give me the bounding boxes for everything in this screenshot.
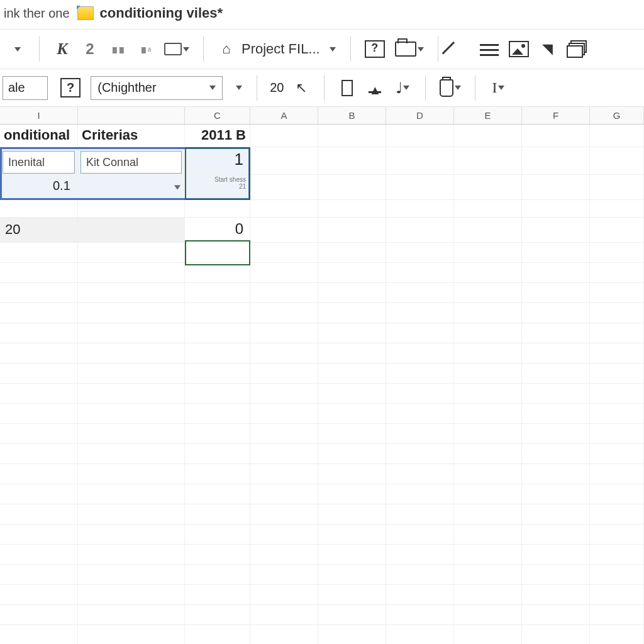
underline-tool[interactable]: ▲ — [364, 75, 386, 101]
note-start: Start shess — [189, 176, 246, 183]
cell-r5-D[interactable] — [386, 218, 454, 243]
stack-tool[interactable] — [564, 36, 591, 62]
cell-r3-A[interactable] — [250, 175, 318, 200]
cell-r3-c2[interactable]: Start shess 21 — [185, 175, 250, 200]
row-4 — [0, 200, 644, 218]
cell-r5-G[interactable] — [590, 218, 644, 243]
cell-r2-c2[interactable]: 1 — [185, 147, 250, 175]
cell-r4-G[interactable] — [590, 200, 644, 218]
project-dropdown[interactable] — [324, 36, 339, 62]
project-label[interactable]: Project FIL... — [242, 41, 320, 57]
cell-r1-A[interactable] — [250, 125, 318, 147]
font-extra-dropdown[interactable] — [230, 75, 245, 101]
col-header-D[interactable]: D — [386, 107, 454, 124]
filename: conditioning viles* — [100, 5, 223, 21]
flag-tool[interactable]: ◥ — [536, 36, 559, 62]
cell-r2-c1[interactable]: Kit Connal — [78, 147, 185, 175]
bold-tool[interactable]: K — [51, 36, 74, 62]
folder-open[interactable] — [392, 36, 426, 62]
row-2: Inenital Kit Connal 1 — [0, 147, 644, 175]
tool-4[interactable]: ∎a — [134, 36, 157, 62]
cell-r1-c1[interactable]: Criterias — [78, 125, 185, 147]
cell-r4-B[interactable] — [318, 200, 386, 218]
help-small[interactable]: ? — [58, 75, 83, 101]
cursor-tool[interactable]: ↖ — [290, 75, 313, 101]
input-conditional[interactable]: Inenital — [3, 151, 75, 174]
cell-r2-D[interactable] — [386, 147, 454, 175]
jar-tool[interactable] — [437, 75, 464, 101]
font-size[interactable]: 20 — [266, 80, 287, 95]
col-header-I[interactable]: I — [0, 107, 78, 124]
col-header-A[interactable]: A — [250, 107, 318, 124]
tool-2[interactable]: 2 — [79, 36, 101, 62]
spreadsheet-grid[interactable]: onditional Criterias 2011 B Inenital Kit… — [0, 125, 644, 644]
cell-r2-c0[interactable]: Inenital — [0, 147, 78, 175]
row-3: 0.1 Start shess 21 — [0, 175, 644, 200]
cell-r4-c2[interactable] — [185, 200, 250, 218]
column-headers: I C A B D E F G — [0, 107, 644, 125]
cell-r3-E[interactable] — [454, 175, 522, 200]
cell-r5-F[interactable] — [522, 218, 590, 243]
file-icon — [77, 6, 94, 20]
tool-printer[interactable] — [162, 36, 192, 62]
cell-r1-B[interactable] — [318, 125, 386, 147]
cell-r4-D[interactable] — [386, 200, 454, 218]
home-icon[interactable]: ⌂ — [215, 36, 238, 62]
toolbar-main: K 2 ∎∎ ∎a ⌂ Project FIL... ◥ — [0, 29, 644, 69]
cell-r2-A[interactable] — [250, 147, 318, 175]
cell-r5-c2[interactable]: 0 — [185, 218, 250, 243]
lines-tool[interactable] — [477, 36, 501, 62]
cell-r1-F[interactable] — [522, 125, 590, 147]
font-selector[interactable]: (Chighther — [91, 76, 223, 100]
cell-r5-c0[interactable]: 20 — [0, 218, 78, 243]
cell-r2-F[interactable] — [522, 147, 590, 175]
cell-reference-box[interactable]: ale — [3, 76, 48, 100]
cell-ref-text: ale — [8, 80, 25, 95]
cell-r5-E[interactable] — [454, 218, 522, 243]
tool-3[interactable]: ∎∎ — [106, 36, 129, 62]
col-header-G[interactable]: G — [590, 107, 644, 124]
cell-r4-E[interactable] — [454, 200, 522, 218]
cell-r1-G[interactable] — [590, 125, 644, 147]
cell-r3-G[interactable] — [590, 175, 644, 200]
cell-r4-c1[interactable] — [78, 200, 185, 218]
cell-r4-A[interactable] — [250, 200, 318, 218]
input-criteria[interactable]: Kit Connal — [80, 151, 182, 174]
col-header-F[interactable]: F — [522, 107, 590, 124]
cell-r3-B[interactable] — [318, 175, 386, 200]
dropdown-1[interactable] — [5, 36, 28, 62]
col-header-E[interactable]: E — [454, 107, 522, 124]
empty-rows — [0, 243, 644, 644]
pen-tool[interactable] — [450, 36, 472, 62]
cell-r1-c0[interactable]: onditional — [0, 125, 78, 147]
value-1: 1 — [235, 150, 243, 169]
font-name-text: (Chighther — [97, 80, 156, 95]
cell-r3-c1[interactable]: 0.1 — [78, 175, 185, 200]
cell-r5-B[interactable] — [318, 218, 386, 243]
col-header-blank[interactable] — [78, 107, 185, 124]
cell-r2-G[interactable] — [590, 147, 644, 175]
row-1: onditional Criterias 2011 B — [0, 125, 644, 147]
help-box[interactable] — [362, 36, 387, 62]
ibeam-tool[interactable]: I — [487, 75, 509, 101]
titlebar: ink ther one conditioning viles* — [0, 0, 644, 29]
cell-r5-c1[interactable] — [78, 218, 185, 243]
cell-r1-D[interactable] — [386, 125, 454, 147]
value-20: 20 — [5, 221, 20, 237]
cell-r1-c2[interactable]: 2011 B — [185, 125, 250, 147]
cell-r5-A[interactable] — [250, 218, 318, 243]
align-tool-1[interactable] — [336, 75, 358, 101]
cell-r2-B[interactable] — [318, 147, 386, 175]
cell-r3-F[interactable] — [522, 175, 590, 200]
col-header-C[interactable]: C — [185, 107, 250, 124]
col-header-B[interactable]: B — [318, 107, 386, 124]
cell-r2-E[interactable] — [454, 147, 522, 175]
value-0-1: 0.1 — [53, 179, 70, 193]
cell-r4-c0[interactable] — [0, 200, 78, 218]
image-tool[interactable] — [506, 36, 531, 62]
toolbar-format: ale ? (Chighther 20 ↖ ▲ ♩ I — [0, 69, 644, 107]
cell-r4-F[interactable] — [522, 200, 590, 218]
cell-r1-E[interactable] — [454, 125, 522, 147]
cell-r3-D[interactable] — [386, 175, 454, 200]
note-tool[interactable]: ♩ — [391, 75, 414, 101]
